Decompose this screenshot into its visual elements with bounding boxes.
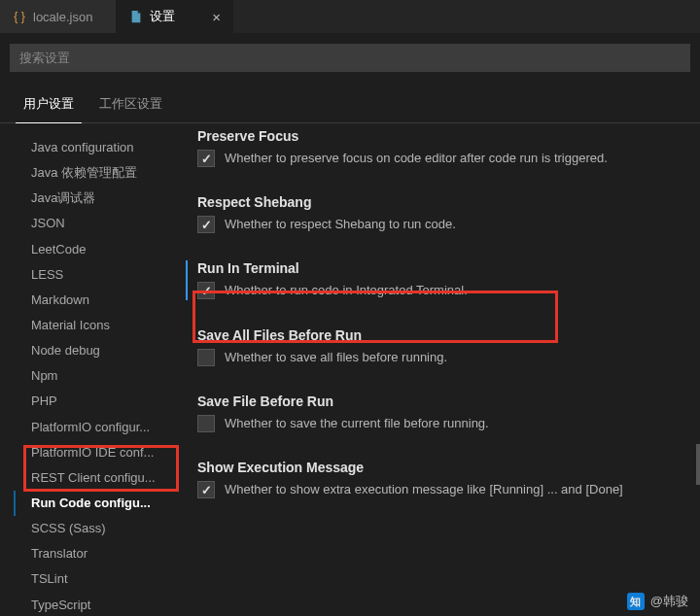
setting-row: Whether to run code in Integrated Termin…	[197, 282, 681, 299]
setting-title: Save All Files Before Run	[197, 327, 681, 343]
sidebar-item[interactable]: Java configuration	[14, 135, 174, 160]
watermark-text: @韩骏	[650, 593, 688, 610]
settings-search-bar	[10, 44, 690, 72]
watermark: 知 @韩骏	[627, 593, 688, 610]
setting-description: Whether to respect Shebang to run code.	[225, 216, 456, 233]
checkbox[interactable]	[197, 150, 215, 167]
sidebar-item[interactable]: Java调试器	[14, 186, 174, 211]
sidebar-item[interactable]: LeetCode	[14, 237, 174, 262]
checkbox[interactable]	[197, 282, 215, 299]
tab-settings[interactable]: 设置 ×	[117, 0, 233, 33]
checkbox[interactable]	[197, 349, 215, 366]
setting-respectShebang: Respect ShebangWhether to respect Sheban…	[197, 194, 681, 233]
sidebar-item[interactable]: Material Icons	[14, 313, 174, 338]
file-icon	[128, 9, 144, 24]
setting-title: Save File Before Run	[197, 394, 681, 409]
tab-user-settings[interactable]: 用户设置	[12, 89, 86, 122]
close-icon[interactable]: ×	[212, 9, 221, 25]
sidebar-item[interactable]: TypeScript	[14, 593, 174, 616]
setting-title: Respect Shebang	[197, 194, 681, 210]
sidebar-item[interactable]: Markdown	[14, 288, 174, 313]
settings-scope-tabs: 用户设置 工作区设置	[0, 76, 700, 123]
zhihu-icon: 知	[627, 593, 645, 610]
tab-label: 设置	[150, 8, 175, 25]
sidebar-item[interactable]: Node debug	[14, 338, 174, 363]
setting-runInTerminal: Run In TerminalWhether to run code in In…	[186, 260, 681, 299]
sidebar-item[interactable]: Translator	[14, 541, 174, 566]
tab-label: locale.json	[33, 10, 92, 24]
sidebar-item[interactable]: REST Client configu...	[14, 465, 174, 491]
sidebar-item[interactable]: PlatformIO configur...	[14, 415, 174, 440]
sidebar-item[interactable]: SCSS (Sass)	[14, 516, 174, 541]
setting-row: Whether to show extra execution message …	[197, 481, 681, 498]
editor-tab-bar: { } locale.json 设置 ×	[0, 0, 700, 34]
setting-showExecutionMessage: Show Execution MessageWhether to show ex…	[197, 460, 681, 498]
setting-description: Whether to preserve focus on code editor…	[225, 150, 608, 167]
sidebar-item[interactable]: Run Code configu...	[14, 491, 174, 516]
sidebar-item[interactable]: PlatformIO IDE conf...	[14, 440, 174, 465]
tab-workspace-settings[interactable]: 工作区设置	[88, 89, 174, 122]
sidebar-item[interactable]: TSLint	[14, 566, 174, 592]
json-braces-icon: { }	[12, 9, 27, 24]
tab-locale-json[interactable]: { } locale.json	[0, 0, 117, 33]
sidebar-item[interactable]: JSON	[14, 211, 174, 236]
sidebar-item[interactable]: PHP	[14, 389, 174, 414]
sidebar-item[interactable]: LESS	[14, 262, 174, 288]
setting-row: Whether to save all files before running…	[197, 349, 681, 366]
setting-title: Preserve Focus	[197, 128, 681, 144]
setting-row: Whether to respect Shebang to run code.	[197, 216, 681, 233]
setting-saveFileBeforeRun: Save File Before RunWhether to save the …	[197, 394, 681, 432]
search-input[interactable]	[10, 44, 690, 72]
checkbox[interactable]	[197, 216, 215, 233]
setting-title: Run In Terminal	[197, 260, 681, 276]
setting-description: Whether to run code in Integrated Termin…	[225, 282, 468, 299]
checkbox[interactable]	[197, 415, 215, 432]
checkbox[interactable]	[197, 481, 215, 498]
sidebar-item[interactable]: Npm	[14, 363, 174, 389]
setting-saveAllFilesBeforeRun: Save All Files Before RunWhether to save…	[197, 327, 681, 366]
sidebar-item[interactable]: Java 依赖管理配置	[14, 160, 174, 186]
scrollbar-thumb[interactable]	[696, 444, 700, 485]
settings-toc-sidebar: Java configurationJava 依赖管理配置Java调试器JSON…	[0, 123, 180, 616]
settings-list-panel: Preserve FocusWhether to preserve focus …	[180, 123, 700, 616]
setting-title: Show Execution Message	[197, 460, 681, 475]
setting-description: Whether to show extra execution message …	[225, 481, 623, 498]
setting-preserveFocus: Preserve FocusWhether to preserve focus …	[197, 128, 681, 167]
settings-body: Java configurationJava 依赖管理配置Java调试器JSON…	[0, 123, 700, 616]
setting-row: Whether to save the current file before …	[197, 415, 681, 432]
setting-description: Whether to save all files before running…	[225, 349, 447, 366]
setting-row: Whether to preserve focus on code editor…	[197, 150, 681, 167]
setting-description: Whether to save the current file before …	[225, 415, 489, 432]
